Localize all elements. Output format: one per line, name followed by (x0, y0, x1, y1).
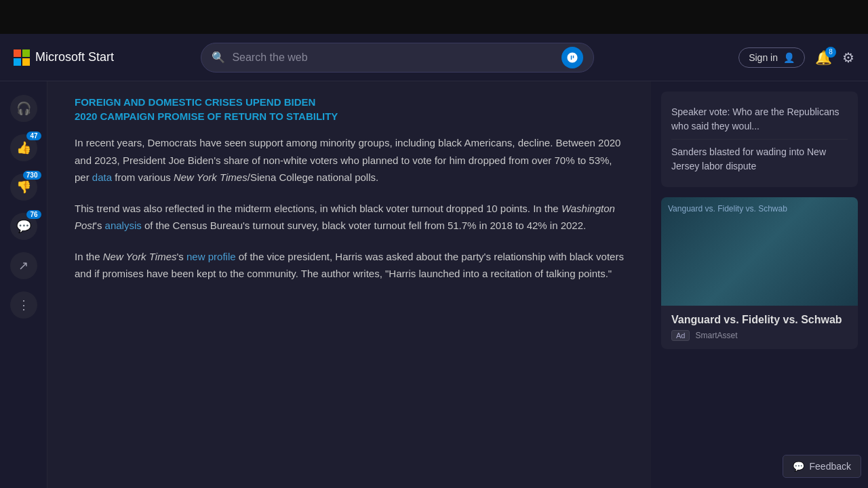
header-right: Sign in 👤 🔔 8 ⚙ (738, 47, 854, 68)
ad-source: Ad SmartAsset (661, 330, 858, 349)
article-body: In recent years, Democrats have seen sup… (75, 134, 624, 283)
main-content: 🎧 👍 47 👎 730 💬 76 ↗ ⋮ FOREIGN AND DOMEST… (0, 81, 868, 488)
para3-text1: In the (75, 251, 103, 262)
sign-in-label: Sign in (749, 52, 778, 63)
settings-icon[interactable]: ⚙ (842, 49, 854, 66)
ad-title[interactable]: Vanguard vs. Fidelity vs. Schwab (661, 306, 858, 330)
user-icon: 👤 (783, 52, 795, 63)
para3-possessive: 's (177, 251, 187, 262)
logo-text: Microsoft Start (35, 50, 114, 64)
para2-possessive: 's (95, 220, 105, 231)
news-item-1-text[interactable]: Speaker vote: Who are the Republicans wh… (671, 105, 848, 134)
para1-text2: from various (112, 171, 174, 183)
comment-item: 💬 76 (10, 213, 37, 240)
headline-line2: 2020 CAMPAIGN PROMISE OF RETURN TO STABI… (75, 109, 624, 123)
news-item-2-text[interactable]: Sanders blasted for wading into New Jers… (671, 145, 848, 174)
data-link[interactable]: data (92, 171, 112, 183)
like-count: 47 (26, 131, 41, 140)
feedback-button[interactable]: 💬 Feedback (783, 455, 861, 478)
notification-bell[interactable]: 🔔 8 (815, 49, 832, 66)
listen-item: 🎧 (10, 95, 37, 122)
ad-card: Vanguard vs. Fidelity vs. Schwab Vanguar… (661, 197, 858, 349)
new-profile-link[interactable]: new profile (186, 251, 236, 262)
nyt-italic-2: New York Times (103, 251, 177, 262)
para2-text1: This trend was also reflected in the mid… (75, 203, 561, 214)
dislike-item: 👎 730 (10, 174, 37, 201)
notification-count: 8 (825, 47, 836, 58)
ad-image: Vanguard vs. Fidelity vs. Schwab (661, 197, 858, 306)
search-bar: 🔍 (201, 43, 594, 73)
para2-rest: of the Census Bureau's turnout survey, b… (142, 220, 586, 231)
microsoft-logo (14, 49, 30, 66)
headline-line1: FOREIGN AND DOMESTIC CRISES UPEND BIDEN (75, 95, 624, 109)
logo-area: Microsoft Start (14, 49, 122, 66)
para1-text3: /Siena College national polls. (248, 171, 378, 183)
top-bar (0, 0, 868, 34)
more-button[interactable]: ⋮ (10, 291, 37, 319)
ad-source-name: SmartAsset (695, 331, 737, 340)
share-button[interactable]: ↗ (10, 252, 37, 279)
comment-count: 76 (26, 210, 41, 219)
article-paragraph-2: This trend was also reflected in the mid… (75, 200, 624, 235)
header: Microsoft Start 🔍 Sign in 👤 🔔 8 ⚙ (0, 34, 868, 81)
article-paragraph-1: In recent years, Democrats have seen sup… (75, 134, 624, 186)
ad-label: Ad (671, 330, 690, 341)
share-item: ↗ (10, 252, 37, 279)
search-input[interactable] (232, 52, 561, 64)
feedback-label: Feedback (810, 461, 851, 472)
left-sidebar: 🎧 👍 47 👎 730 💬 76 ↗ ⋮ (0, 81, 47, 488)
like-item: 👍 47 (10, 134, 37, 161)
article-area: FOREIGN AND DOMESTIC CRISES UPEND BIDEN … (47, 81, 651, 488)
more-item: ⋮ (10, 291, 37, 319)
news-item-2: Sanders blasted for wading into New Jers… (671, 140, 848, 179)
news-item-1: Speaker vote: Who are the Republicans wh… (671, 100, 848, 140)
listen-button[interactable]: 🎧 (10, 95, 37, 122)
bing-search-button[interactable] (561, 47, 583, 68)
sign-in-button[interactable]: Sign in 👤 (738, 47, 805, 68)
nyt-italic: New York Times (174, 171, 248, 183)
article-paragraph-3: In the New York Times's new profile of t… (75, 248, 624, 283)
ad-image-text: Vanguard vs. Fidelity vs. Schwab (668, 204, 787, 214)
search-icon: 🔍 (212, 51, 225, 64)
dislike-count: 730 (23, 171, 41, 180)
feedback-icon: 💬 (793, 461, 804, 472)
article-headline: FOREIGN AND DOMESTIC CRISES UPEND BIDEN … (75, 95, 624, 123)
news-card: Speaker vote: Who are the Republicans wh… (661, 92, 858, 187)
analysis-link[interactable]: analysis (105, 220, 142, 231)
right-sidebar: Speaker vote: Who are the Republicans wh… (651, 81, 868, 488)
